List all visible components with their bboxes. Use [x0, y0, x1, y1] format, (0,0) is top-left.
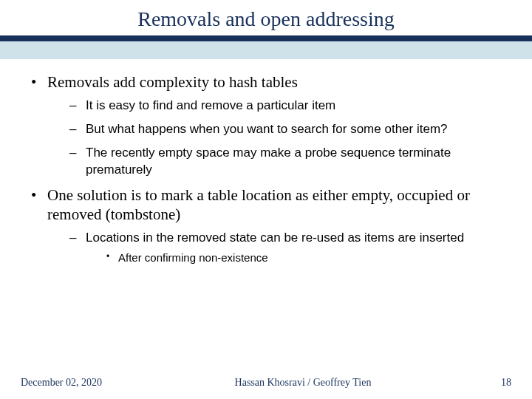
bullet-item: One solution is to mark a table location…	[31, 185, 513, 265]
bullet-text: One solution is to mark a table location…	[47, 186, 470, 223]
sub-bullet-item: It is easy to find and remove a particul…	[69, 98, 513, 114]
sub-bullet-item: But what happens when you want to search…	[69, 121, 513, 137]
slide-footer: December 02, 2020 Hassan Khosravi / Geof…	[0, 377, 532, 389]
footer-authors: Hassan Khosravi / Geoffrey Tien	[124, 377, 482, 389]
header-band: Removals and open addressing	[0, 0, 532, 59]
slide-content: Removals add complexity to hash tables I…	[0, 59, 532, 265]
divider-lightblue	[0, 41, 532, 59]
subsub-bullet-text: After confirming non-existence	[118, 251, 268, 264]
bullet-list: Removals add complexity to hash tables I…	[19, 72, 513, 265]
slide-title: Removals and open addressing	[0, 0, 532, 35]
sub-bullet-list: Locations in the removed state can be re…	[47, 230, 513, 265]
footer-page-number: 18	[482, 377, 511, 389]
footer-date: December 02, 2020	[21, 377, 124, 389]
sub-bullet-text: But what happens when you want to search…	[86, 122, 448, 136]
bullet-text: Removals add complexity to hash tables	[47, 73, 298, 91]
sub-bullet-text: It is easy to find and remove a particul…	[86, 98, 335, 112]
sub-bullet-text: Locations in the removed state can be re…	[86, 231, 464, 245]
bullet-item: Removals add complexity to hash tables I…	[31, 72, 513, 178]
subsub-bullet-list: After confirming non-existence	[86, 250, 513, 265]
divider-navy	[0, 35, 532, 41]
sub-bullet-list: It is easy to find and remove a particul…	[47, 98, 513, 177]
subsub-bullet-item: After confirming non-existence	[106, 250, 513, 265]
sub-bullet-item: The recently empty space may make a prob…	[69, 145, 513, 177]
sub-bullet-item: Locations in the removed state can be re…	[69, 230, 513, 265]
sub-bullet-text: The recently empty space may make a prob…	[86, 146, 451, 176]
